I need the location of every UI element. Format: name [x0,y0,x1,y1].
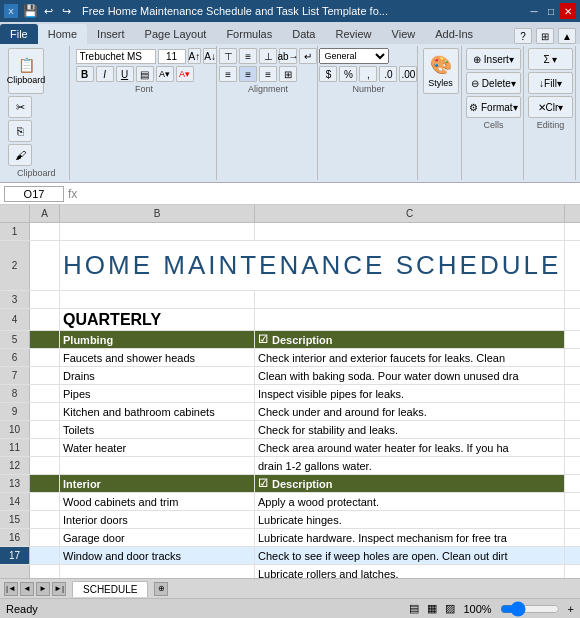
percent-button[interactable]: % [339,66,357,82]
zoom-slider[interactable] [500,603,560,615]
col-header-a[interactable]: A [30,205,60,222]
cell-13a[interactable] [30,475,60,492]
cell-3b[interactable] [60,291,255,308]
cell-15c[interactable]: Lubricate hinges. [255,511,565,528]
view-normal-button[interactable]: ▤ [409,602,419,615]
cell-5a[interactable] [30,331,60,348]
col-header-b[interactable]: B [60,205,255,222]
tab-home[interactable]: Home [38,24,87,44]
window-controls[interactable]: ─ □ ✕ [526,3,576,19]
sheet-nav[interactable]: |◄ ◄ ► ►| [4,582,66,596]
cell-14b[interactable]: Wood cabinets and trim [60,493,255,510]
cell-4a[interactable] [30,309,60,330]
cell-6c[interactable]: Check interior and exterior faucets for … [255,349,565,366]
cell-1c[interactable] [255,223,565,240]
cell-13c-description[interactable]: ☑ Description [255,475,565,492]
view-break-button[interactable]: ▨ [445,602,455,615]
cell-16c[interactable]: Lubricate hardware. Inspect mechanism fo… [255,529,565,546]
indent-button[interactable]: ↵ [299,48,317,64]
clear-button[interactable]: ✕Clr▾ [528,96,573,118]
font-size-input[interactable] [158,49,186,64]
cell-1b[interactable] [60,223,255,240]
fill-color-button[interactable]: A▾ [156,66,174,82]
increase-decimal-button[interactable]: .0 [379,66,397,82]
cell-8c[interactable]: Inspect visible pipes for leaks. [255,385,565,402]
cell-10a[interactable] [30,421,60,438]
minimize-button[interactable]: ─ [526,3,542,19]
styles-button[interactable]: 🎨 Styles [423,48,459,94]
tab-add-ins[interactable]: Add-Ins [425,24,483,44]
cell-8b[interactable]: Pipes [60,385,255,402]
bold-button[interactable]: B [76,66,94,82]
cell-7b[interactable]: Drains [60,367,255,384]
cell-13b-interior[interactable]: Interior [60,475,255,492]
cell-3c[interactable] [255,291,565,308]
align-middle-button[interactable]: ≡ [239,48,257,64]
align-left-button[interactable]: ≡ [219,66,237,82]
sheet-prev-button[interactable]: ◄ [20,582,34,596]
cell-7a[interactable] [30,367,60,384]
text-direction-button[interactable]: ab→ [279,48,297,64]
help-button[interactable]: ? [514,28,532,44]
font-name-input[interactable] [76,49,156,64]
save-button[interactable]: 💾 [22,4,38,18]
cell-11b[interactable]: Water heater [60,439,255,456]
cell-17c[interactable]: Check to see if weep holes are open. Cle… [255,547,565,564]
cell-9b[interactable]: Kitchen and bathroom cabinets [60,403,255,420]
restore-button[interactable]: □ [543,3,559,19]
col-header-c[interactable]: C [255,205,565,222]
paste-button[interactable]: 📋 Clipboard [8,48,44,94]
name-box[interactable] [4,186,64,202]
formula-input[interactable] [81,188,576,200]
cell-12b[interactable] [60,457,255,474]
close-button[interactable]: ✕ [560,3,576,19]
border-button[interactable]: ▤ [136,66,154,82]
increase-font-button[interactable]: A↑ [188,48,202,64]
cell-6a[interactable] [30,349,60,366]
cell-9c[interactable]: Check under and around for leaks. [255,403,565,420]
tab-page-layout[interactable]: Page Layout [135,24,217,44]
cell-6b[interactable]: Faucets and shower heads [60,349,255,366]
cell-5b-plumbing[interactable]: Plumbing [60,331,255,348]
sheet-tab-schedule[interactable]: SCHEDULE [72,581,148,597]
cell-7c[interactable]: Clean with baking soda. Pour water down … [255,367,565,384]
align-right-button[interactable]: ≡ [259,66,277,82]
align-center-button[interactable]: ≡ [239,66,257,82]
ribbon-minimize-button[interactable]: ▲ [558,28,576,44]
cell-10b[interactable]: Toilets [60,421,255,438]
add-sheet-button[interactable]: ⊕ [154,582,168,596]
cell-16b[interactable]: Garage door [60,529,255,546]
cell-16a[interactable] [30,529,60,546]
underline-button[interactable]: U [116,66,134,82]
zoom-in-button[interactable]: + [568,603,574,615]
view-layout-button[interactable]: ▦ [427,602,437,615]
number-format-select[interactable]: General [319,48,389,64]
cell-8a[interactable] [30,385,60,402]
redo-button[interactable]: ↪ [58,4,74,18]
currency-button[interactable]: $ [319,66,337,82]
tab-formulas[interactable]: Formulas [216,24,282,44]
cell-1a[interactable] [30,223,60,240]
cell-14a[interactable] [30,493,60,510]
cell-14c[interactable]: Apply a wood protectant. [255,493,565,510]
cell-12c[interactable]: drain 1-2 gallons water. [255,457,565,474]
font-color-button[interactable]: A▾ [176,66,194,82]
cell-4c[interactable] [255,309,565,330]
cell-15a[interactable] [30,511,60,528]
cell-9a[interactable] [30,403,60,420]
cell-17b[interactable]: Window and door tracks [60,547,255,564]
quick-access-toolbar[interactable]: 💾 ↩ ↪ [22,4,74,18]
align-top-button[interactable]: ⊤ [219,48,237,64]
cell-15b[interactable]: Interior doors [60,511,255,528]
format-cells-button[interactable]: ⚙ Format▾ [466,96,521,118]
copy-button[interactable]: ⎘ [8,120,32,142]
cell-5c-description[interactable]: ☑ Description [255,331,565,348]
delete-cells-button[interactable]: ⊖ Delete▾ [466,72,521,94]
tab-insert[interactable]: Insert [87,24,135,44]
format-painter-button[interactable]: 🖌 [8,144,32,166]
tab-data[interactable]: Data [282,24,325,44]
merge-button[interactable]: ⊞ [279,66,297,82]
ribbon-options-button[interactable]: ⊞ [536,28,554,44]
sum-button[interactable]: Σ ▾ [528,48,573,70]
cell-3a[interactable] [30,291,60,308]
